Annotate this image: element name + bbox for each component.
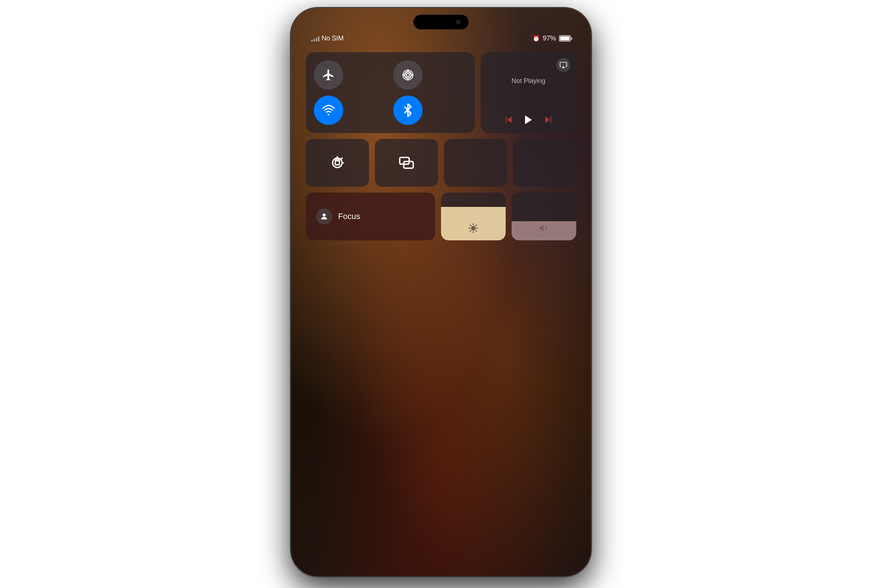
utility-button-4[interactable] bbox=[513, 139, 576, 187]
battery-percent: 97% bbox=[543, 34, 556, 42]
battery-fill bbox=[560, 36, 570, 40]
play-button[interactable] bbox=[523, 114, 534, 126]
not-playing-text: Not Playing bbox=[512, 77, 545, 85]
screen: No SIM ⏰ 97% bbox=[291, 8, 591, 576]
wifi-icon bbox=[322, 104, 335, 117]
signal-bars bbox=[311, 36, 320, 42]
middle-row bbox=[306, 139, 576, 187]
volume-tile[interactable] bbox=[512, 193, 576, 240]
airplane-icon bbox=[322, 68, 335, 82]
play-icon bbox=[523, 114, 534, 126]
wifi-button[interactable] bbox=[314, 96, 343, 125]
svg-line-18 bbox=[476, 225, 477, 226]
camera-dot bbox=[456, 20, 460, 24]
next-button[interactable] bbox=[543, 115, 554, 125]
focus-label: Focus bbox=[338, 212, 360, 221]
svg-marker-5 bbox=[525, 116, 532, 124]
svg-rect-7 bbox=[336, 161, 340, 165]
status-bar: No SIM ⏰ 97% bbox=[291, 34, 591, 42]
previous-button[interactable] bbox=[504, 115, 514, 125]
top-row: Not Playing bbox=[306, 52, 576, 133]
control-center: Not Playing bbox=[306, 52, 576, 240]
airplay-icon bbox=[560, 62, 567, 69]
next-icon bbox=[543, 115, 554, 125]
brightness-tile[interactable] bbox=[441, 193, 506, 240]
bluetooth-button[interactable] bbox=[393, 96, 423, 125]
volume-icon bbox=[538, 223, 549, 234]
bottom-row: Focus bbox=[306, 193, 576, 240]
svg-point-1 bbox=[406, 74, 410, 77]
dynamic-island bbox=[413, 15, 469, 29]
screen-mirror-icon bbox=[398, 155, 414, 171]
now-playing-tile: Not Playing bbox=[481, 52, 576, 133]
phone-frame: No SIM ⏰ 97% bbox=[290, 8, 592, 577]
signal-bar-4 bbox=[318, 36, 320, 42]
svg-marker-4 bbox=[562, 66, 565, 68]
playback-controls bbox=[488, 114, 569, 126]
person-icon bbox=[320, 212, 328, 221]
battery-icon bbox=[559, 35, 571, 42]
airplay-button[interactable] bbox=[556, 58, 570, 72]
svg-line-19 bbox=[470, 230, 471, 231]
bluetooth-icon bbox=[401, 104, 414, 117]
rotation-lock-button[interactable] bbox=[306, 139, 369, 187]
svg-point-0 bbox=[405, 72, 411, 78]
focus-tile[interactable]: Focus bbox=[306, 193, 435, 240]
connectivity-tile bbox=[306, 52, 475, 133]
svg-point-3 bbox=[328, 114, 330, 116]
status-left: No SIM bbox=[311, 34, 344, 42]
status-right: ⏰ 97% bbox=[532, 34, 571, 42]
brightness-icon-container bbox=[468, 223, 479, 235]
airplane-mode-button[interactable] bbox=[314, 60, 343, 90]
svg-line-17 bbox=[476, 230, 477, 231]
brightness-icon bbox=[468, 223, 479, 234]
focus-icon-container bbox=[316, 208, 332, 225]
cellular-icon bbox=[401, 68, 414, 82]
alarm-icon: ⏰ bbox=[532, 35, 540, 42]
utility-button-3[interactable] bbox=[444, 139, 507, 187]
volume-icon-container bbox=[538, 223, 549, 235]
signal-bar-2 bbox=[314, 39, 315, 42]
screen-mirror-button[interactable] bbox=[375, 139, 438, 187]
svg-point-11 bbox=[471, 226, 476, 231]
signal-bar-3 bbox=[316, 38, 317, 42]
previous-icon bbox=[504, 115, 514, 125]
svg-line-16 bbox=[470, 225, 471, 226]
phone-wrapper: No SIM ⏰ 97% bbox=[276, 8, 606, 580]
cellular-button[interactable] bbox=[393, 60, 423, 90]
rotation-lock-icon bbox=[329, 155, 345, 171]
svg-point-10 bbox=[322, 213, 326, 216]
signal-label: No SIM bbox=[322, 34, 344, 42]
signal-bar-1 bbox=[311, 40, 313, 42]
